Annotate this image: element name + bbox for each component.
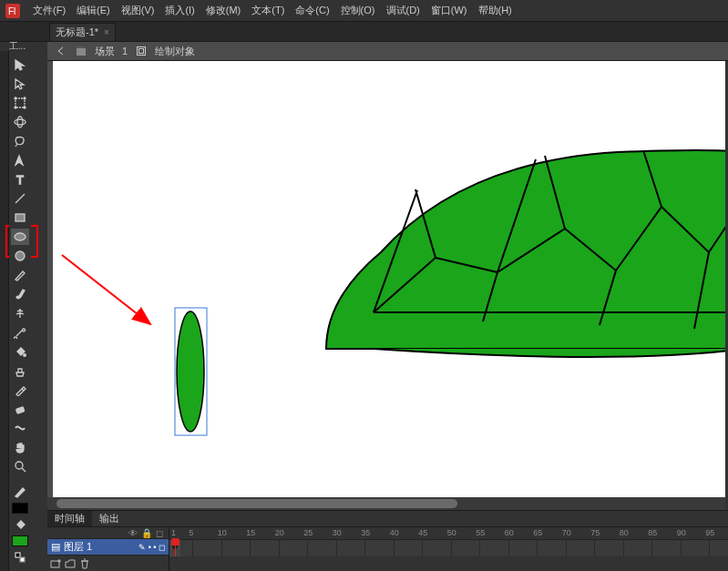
fill-swatch[interactable] [12,535,28,546]
svg-point-27 [177,311,204,432]
line-tool[interactable] [11,190,29,207]
canvas-svg [53,61,725,497]
svg-point-20 [15,462,23,469]
svg-point-9 [15,107,16,108]
horizontal-scrollbar[interactable] [47,497,725,510]
lasso-tool[interactable] [11,133,29,149]
svg-rect-6 [15,98,25,107]
brush-tool[interactable] [11,286,29,302]
svg-point-10 [24,107,26,108]
playhead[interactable] [175,540,176,556]
eyedropper-tool[interactable] [11,382,29,398]
menu-help[interactable]: 帮助(H) [473,0,518,21]
lock-icon[interactable]: 🔒 [141,528,152,538]
polystar-tool[interactable] [11,248,29,264]
svg-rect-19 [16,407,25,413]
scene-breadcrumb: 场景 1 绘制对象 [47,42,728,61]
svg-point-11 [15,119,26,125]
eye-icon[interactable]: 👁 [128,528,138,538]
toolbox: T [9,53,31,571]
edit-mode-label: 绘制对象 [155,45,195,58]
3d-rotation-tool[interactable] [11,114,29,130]
svg-text:T: T [16,173,24,186]
stage-area [47,61,725,510]
rectangle-tool[interactable] [11,209,29,226]
layer-row[interactable]: ▤ 图层 1 ✎ • • ◻ [47,539,169,555]
oval-tool[interactable] [11,229,29,245]
back-icon[interactable] [55,45,67,57]
stroke-color-icon [11,484,29,500]
menu-text[interactable]: 文本(T) [246,0,290,21]
menu-insert[interactable]: 插入(I) [159,0,200,21]
svg-point-17 [15,251,25,260]
menu-modify[interactable]: 修改(M) [200,0,247,21]
svg-line-21 [22,468,26,472]
menu-file[interactable]: 文件(F) [27,0,71,21]
hand-tool[interactable] [11,439,29,455]
layers-column: 👁 🔒 ◻ ▤ 图层 1 ✎ • • ◻ [47,527,169,571]
svg-point-16 [15,233,26,240]
menu-edit[interactable]: 编辑(E) [71,0,116,21]
layer-type-icon: ▤ [51,541,60,553]
svg-rect-22 [15,553,20,557]
outline-icon[interactable]: ◻ [156,528,163,538]
svg-line-14 [15,194,25,203]
fill-color-icon [11,516,29,533]
frame-track[interactable] [169,540,728,556]
svg-point-7 [15,97,16,99]
menu-command[interactable]: 命令(C) [290,0,334,21]
zoom-tool[interactable] [11,458,29,474]
layer-name: 图层 1 [64,540,92,554]
delete-layer-button[interactable] [78,557,91,570]
svg-rect-2 [77,48,86,56]
svg-rect-15 [15,214,25,221]
app-logo[interactable]: Fl [2,1,24,21]
eraser-tool[interactable] [11,401,29,417]
new-layer-button[interactable] [49,557,62,570]
scroll-thumb[interactable] [56,499,457,508]
timeline-panel: 时间轴 输出 👁 🔒 ◻ ▤ 图层 1 ✎ • • ◻ 151015202530… [47,510,728,571]
new-folder-button[interactable] [64,557,77,570]
selection-tool[interactable] [11,56,29,73]
ink-bottle-tool[interactable] [11,362,29,379]
svg-rect-23 [20,557,25,562]
toolbox-title[interactable]: 工... [0,42,35,51]
stroke-swatch[interactable] [12,503,28,514]
timeline-tab[interactable]: 时间轴 [47,511,92,526]
svg-rect-29 [51,561,59,567]
bw-swap-icon[interactable] [11,549,29,566]
menu-window[interactable]: 窗口(W) [426,0,473,21]
svg-rect-5 [139,49,144,54]
scene-number: 1 [122,46,128,56]
stage[interactable] [53,61,725,497]
svg-point-12 [17,117,23,127]
deco-tool[interactable] [11,305,29,321]
tab-title: 无标题-1* [56,25,98,39]
scene-label: 场景 [95,45,115,58]
width-tool[interactable] [11,420,29,436]
svg-rect-4 [138,47,146,56]
svg-text:Fl: Fl [8,6,15,16]
menu-view[interactable]: 视图(V) [116,0,160,21]
svg-point-18 [24,354,26,357]
frame-ruler: 15101520253035404550556065707580859095 [169,527,728,540]
svg-point-8 [24,97,26,99]
text-tool[interactable]: T [11,171,29,188]
free-transform-tool[interactable] [11,95,29,111]
document-tab[interactable]: 无标题-1* × [49,23,116,41]
tab-close-icon[interactable]: × [104,27,109,37]
output-tab[interactable]: 输出 [92,511,127,526]
scene-clapper-icon [75,45,87,57]
menu-debug[interactable]: 调试(D) [381,0,426,21]
menu-control[interactable]: 控制(O) [335,0,381,21]
paint-bucket-tool[interactable] [11,343,29,360]
pen-tool[interactable] [11,152,29,168]
symbol-icon[interactable] [135,45,148,57]
frames-area[interactable]: 15101520253035404550556065707580859095 [169,527,728,571]
svg-rect-3 [77,46,86,48]
bone-tool[interactable] [11,324,29,341]
subselection-tool[interactable] [11,76,29,92]
pencil-tool[interactable] [11,267,29,283]
